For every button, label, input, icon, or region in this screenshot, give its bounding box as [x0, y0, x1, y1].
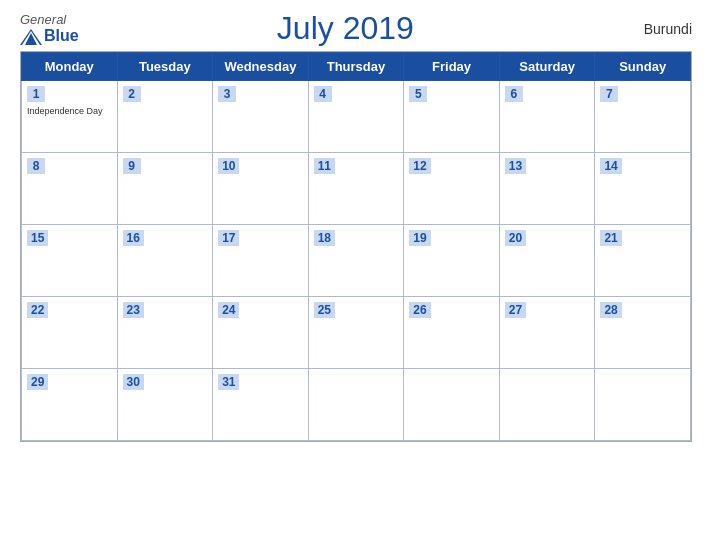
day-number: 10: [218, 158, 239, 174]
day-number: 16: [123, 230, 144, 246]
day-number: 18: [314, 230, 335, 246]
day-number: 8: [27, 158, 45, 174]
calendar: Monday Tuesday Wednesday Thursday Friday…: [20, 51, 692, 442]
day-number: 9: [123, 158, 141, 174]
day-cell: 23: [117, 297, 213, 369]
day-cell: 13: [499, 153, 595, 225]
day-cell: 25: [308, 297, 404, 369]
day-cell: 3: [213, 81, 309, 153]
day-cell: 29: [22, 369, 118, 441]
day-number: 2: [123, 86, 141, 102]
day-number: 11: [314, 158, 335, 174]
day-cell: 2: [117, 81, 213, 153]
day-cell: 20: [499, 225, 595, 297]
day-number: 30: [123, 374, 144, 390]
logo: General Blue: [20, 12, 79, 45]
week-row-3: 15161718192021: [22, 225, 691, 297]
day-number: 1: [27, 86, 45, 102]
col-thursday: Thursday: [308, 53, 404, 81]
week-row-4: 22232425262728: [22, 297, 691, 369]
day-number: 15: [27, 230, 48, 246]
day-cell: 22: [22, 297, 118, 369]
logo-blue-text: Blue: [44, 27, 79, 45]
day-cell: 1Independence Day: [22, 81, 118, 153]
day-cell: 6: [499, 81, 595, 153]
day-cell: 31: [213, 369, 309, 441]
col-sunday: Sunday: [595, 53, 691, 81]
logo-blue-container: Blue: [20, 27, 79, 45]
week-row-2: 891011121314: [22, 153, 691, 225]
day-number: 24: [218, 302, 239, 318]
day-cell: 10: [213, 153, 309, 225]
day-cell: 30: [117, 369, 213, 441]
day-number: 14: [600, 158, 621, 174]
day-number: 13: [505, 158, 526, 174]
day-cell: 5: [404, 81, 500, 153]
logo-general-text: General: [20, 12, 66, 27]
day-number: 17: [218, 230, 239, 246]
top-bar: General Blue July 2019 Burundi: [20, 10, 692, 47]
day-number: 12: [409, 158, 430, 174]
day-cell: 12: [404, 153, 500, 225]
day-cell: [595, 369, 691, 441]
day-number: 6: [505, 86, 523, 102]
logo-bird-icon: [20, 27, 42, 45]
day-cell: [404, 369, 500, 441]
day-number: 25: [314, 302, 335, 318]
calendar-table: Monday Tuesday Wednesday Thursday Friday…: [21, 52, 691, 441]
day-number: 31: [218, 374, 239, 390]
day-number: 19: [409, 230, 430, 246]
day-cell: [499, 369, 595, 441]
day-number: 26: [409, 302, 430, 318]
week-row-5: 293031: [22, 369, 691, 441]
day-cell: 17: [213, 225, 309, 297]
day-number: 5: [409, 86, 427, 102]
week-row-1: 1Independence Day234567: [22, 81, 691, 153]
col-wednesday: Wednesday: [213, 53, 309, 81]
col-tuesday: Tuesday: [117, 53, 213, 81]
day-number: 7: [600, 86, 618, 102]
day-number: 23: [123, 302, 144, 318]
day-number: 20: [505, 230, 526, 246]
col-saturday: Saturday: [499, 53, 595, 81]
event-label: Independence Day: [27, 106, 112, 116]
day-cell: 26: [404, 297, 500, 369]
day-cell: 8: [22, 153, 118, 225]
header-row: Monday Tuesday Wednesday Thursday Friday…: [22, 53, 691, 81]
day-number: 28: [600, 302, 621, 318]
day-cell: 19: [404, 225, 500, 297]
day-cell: [308, 369, 404, 441]
day-cell: 28: [595, 297, 691, 369]
day-number: 22: [27, 302, 48, 318]
day-cell: 7: [595, 81, 691, 153]
day-cell: 27: [499, 297, 595, 369]
day-cell: 15: [22, 225, 118, 297]
col-friday: Friday: [404, 53, 500, 81]
day-number: 3: [218, 86, 236, 102]
day-cell: 11: [308, 153, 404, 225]
day-cell: 14: [595, 153, 691, 225]
day-number: 27: [505, 302, 526, 318]
day-number: 29: [27, 374, 48, 390]
day-cell: 4: [308, 81, 404, 153]
day-number: 4: [314, 86, 332, 102]
day-number: 21: [600, 230, 621, 246]
day-cell: 16: [117, 225, 213, 297]
col-monday: Monday: [22, 53, 118, 81]
day-cell: 9: [117, 153, 213, 225]
calendar-title: July 2019: [277, 10, 414, 47]
country-label: Burundi: [612, 21, 692, 37]
day-cell: 18: [308, 225, 404, 297]
day-cell: 24: [213, 297, 309, 369]
day-cell: 21: [595, 225, 691, 297]
